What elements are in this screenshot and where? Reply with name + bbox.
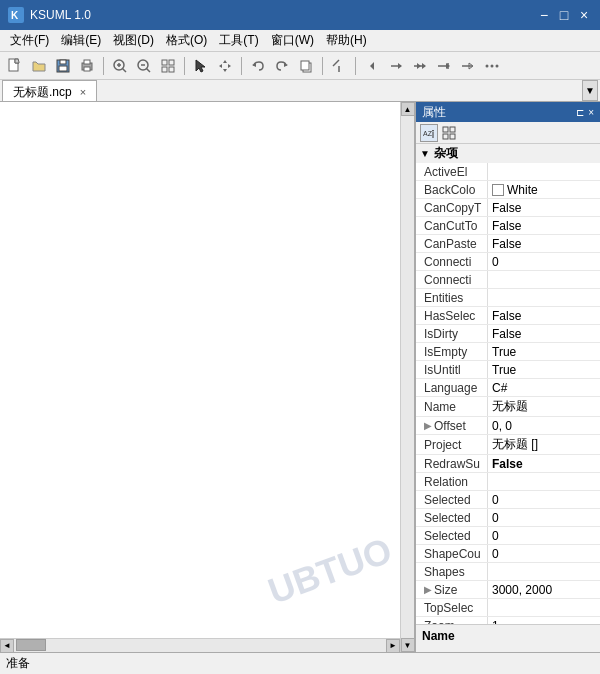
svg-line-16 bbox=[147, 68, 151, 72]
more-button[interactable] bbox=[481, 55, 503, 77]
svg-line-30 bbox=[333, 60, 339, 66]
svg-marker-23 bbox=[223, 69, 227, 72]
props-row[interactable]: Selected0 bbox=[416, 527, 600, 545]
zoom-in-button[interactable] bbox=[109, 55, 131, 77]
minimize-button[interactable]: − bbox=[536, 7, 552, 23]
redo-button[interactable] bbox=[271, 55, 293, 77]
menu-item[interactable]: 视图(D) bbox=[107, 30, 160, 51]
props-row[interactable]: Name无标题 bbox=[416, 397, 600, 417]
props-row[interactable]: IsUntitlTrue bbox=[416, 361, 600, 379]
tab-nav-button[interactable]: ▼ bbox=[582, 80, 598, 101]
hscroll-track[interactable] bbox=[14, 639, 386, 652]
props-panel-title: 属性 bbox=[422, 104, 446, 121]
tab-item[interactable]: 无标题.ncp × bbox=[2, 80, 97, 101]
menu-item[interactable]: 窗口(W) bbox=[265, 30, 320, 51]
props-row[interactable]: Entities bbox=[416, 289, 600, 307]
prop-value: 0 bbox=[488, 527, 600, 544]
menu-item[interactable]: 文件(F) bbox=[4, 30, 55, 51]
arrow-left-button[interactable] bbox=[361, 55, 383, 77]
copy-button[interactable] bbox=[295, 55, 317, 77]
props-row[interactable]: Connecti bbox=[416, 271, 600, 289]
cursor-button[interactable] bbox=[190, 55, 212, 77]
props-row[interactable]: Zoom1 bbox=[416, 617, 600, 624]
prop-value: 3000, 2000 bbox=[488, 581, 600, 598]
maximize-button[interactable]: □ bbox=[556, 7, 572, 23]
toolbar-separator-2 bbox=[184, 57, 185, 75]
canvas-area[interactable]: UBTUO ▲ ▼ ◄ ► bbox=[0, 102, 415, 652]
canvas-vscroll: ▲ ▼ bbox=[400, 102, 414, 652]
align-button[interactable] bbox=[328, 55, 350, 77]
prop-name: ShapeCou bbox=[416, 545, 488, 562]
save-button[interactable] bbox=[52, 55, 74, 77]
props-row[interactable]: CanCopyTFalse bbox=[416, 199, 600, 217]
hscroll-right-button[interactable]: ► bbox=[386, 639, 400, 653]
props-section-header[interactable]: ▼ 杂项 bbox=[416, 144, 600, 163]
menu-item[interactable]: 格式(O) bbox=[160, 30, 213, 51]
props-row[interactable]: CanCutToFalse bbox=[416, 217, 600, 235]
props-close-button[interactable]: × bbox=[588, 107, 594, 118]
props-sort-button[interactable]: AZ bbox=[420, 124, 438, 142]
prop-name: Zoom bbox=[416, 617, 488, 624]
props-row[interactable]: Project无标题 [] bbox=[416, 435, 600, 455]
props-row[interactable]: CanPasteFalse bbox=[416, 235, 600, 253]
new-button[interactable] bbox=[4, 55, 26, 77]
svg-line-13 bbox=[123, 68, 127, 72]
arrow-right4-button[interactable] bbox=[457, 55, 479, 77]
arrow-right2-button[interactable] bbox=[409, 55, 431, 77]
props-row[interactable]: Selected0 bbox=[416, 509, 600, 527]
title-left: K KSUML 1.0 bbox=[8, 7, 91, 23]
close-button[interactable]: × bbox=[576, 7, 592, 23]
svg-point-44 bbox=[486, 64, 489, 67]
toolbar-separator-1 bbox=[103, 57, 104, 75]
tab-close-button[interactable]: × bbox=[80, 86, 86, 98]
svg-rect-5 bbox=[60, 60, 66, 64]
prop-name: Selected bbox=[416, 527, 488, 544]
menu-item[interactable]: 编辑(E) bbox=[55, 30, 107, 51]
props-row[interactable]: BackColoWhite bbox=[416, 181, 600, 199]
toolbar bbox=[0, 52, 600, 80]
arrow-right1-button[interactable] bbox=[385, 55, 407, 77]
menu-item[interactable]: 工具(T) bbox=[213, 30, 264, 51]
app-title: KSUML 1.0 bbox=[30, 8, 91, 22]
props-row[interactable]: ▶Size3000, 2000 bbox=[416, 581, 600, 599]
props-row[interactable]: Shapes bbox=[416, 563, 600, 581]
props-row[interactable]: TopSelec bbox=[416, 599, 600, 617]
prop-name: CanCopyT bbox=[416, 199, 488, 216]
prop-value: 0 bbox=[488, 509, 600, 526]
prop-name: Connecti bbox=[416, 253, 488, 270]
props-row[interactable]: ▶Offset0, 0 bbox=[416, 417, 600, 435]
prop-value: 无标题 bbox=[488, 397, 600, 416]
hscroll-left-button[interactable]: ◄ bbox=[0, 639, 14, 653]
svg-marker-34 bbox=[398, 63, 402, 69]
menu-item[interactable]: 帮助(H) bbox=[320, 30, 373, 51]
vscroll-down-button[interactable]: ▼ bbox=[401, 638, 415, 652]
props-row[interactable]: IsDirtyFalse bbox=[416, 325, 600, 343]
fit-button[interactable] bbox=[157, 55, 179, 77]
props-row[interactable]: ShapeCou0 bbox=[416, 545, 600, 563]
props-row[interactable]: Relation bbox=[416, 473, 600, 491]
vscroll-up-button[interactable]: ▲ bbox=[401, 102, 415, 116]
hscroll-thumb[interactable] bbox=[16, 639, 46, 651]
zoom-out-button[interactable] bbox=[133, 55, 155, 77]
watermark: UBTUO bbox=[263, 529, 398, 612]
props-row[interactable]: HasSelecFalse bbox=[416, 307, 600, 325]
props-grid-button[interactable] bbox=[440, 124, 458, 142]
prop-name: HasSelec bbox=[416, 307, 488, 324]
properties-panel: 属性 ⊏ × AZ bbox=[415, 102, 600, 652]
prop-name: Name bbox=[416, 397, 488, 416]
props-row[interactable]: IsEmptyTrue bbox=[416, 343, 600, 361]
print-button[interactable] bbox=[76, 55, 98, 77]
color-swatch bbox=[492, 184, 504, 196]
arrow-right3-button[interactable] bbox=[433, 55, 455, 77]
svg-rect-18 bbox=[169, 60, 174, 65]
section-label: 杂项 bbox=[434, 145, 458, 162]
props-pin-button[interactable]: ⊏ bbox=[576, 107, 584, 118]
props-row[interactable]: Connecti0 bbox=[416, 253, 600, 271]
props-row[interactable]: Selected0 bbox=[416, 491, 600, 509]
open-button[interactable] bbox=[28, 55, 50, 77]
props-row[interactable]: RedrawSuFalse bbox=[416, 455, 600, 473]
props-row[interactable]: ActiveEl bbox=[416, 163, 600, 181]
pan-button[interactable] bbox=[214, 55, 236, 77]
undo-button[interactable] bbox=[247, 55, 269, 77]
props-row[interactable]: LanguageC# bbox=[416, 379, 600, 397]
